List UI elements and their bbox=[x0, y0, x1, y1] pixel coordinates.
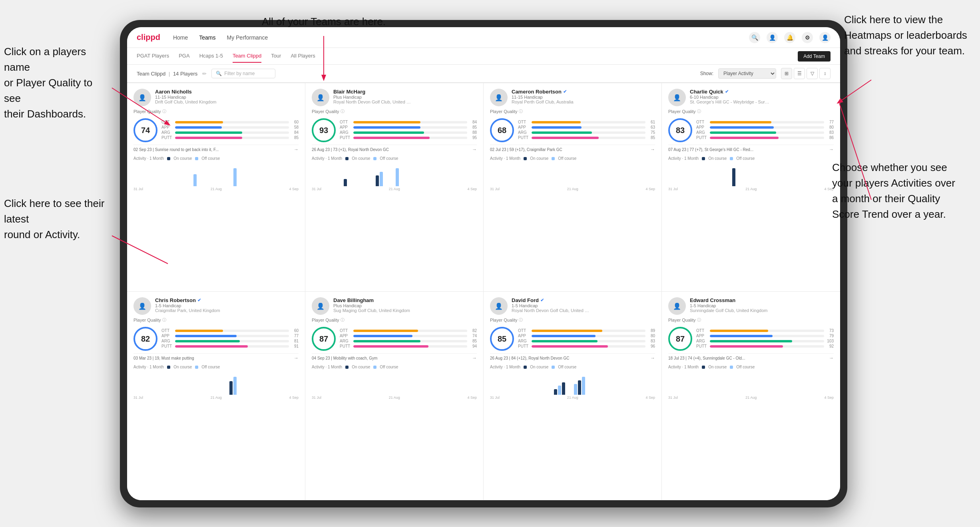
nav-teams[interactable]: Teams bbox=[199, 33, 215, 42]
quality-circle[interactable]: 87 bbox=[668, 327, 692, 351]
player-name[interactable]: David Ford✔ bbox=[512, 297, 655, 303]
quality-section[interactable]: 85 OTT 89 APP 80 ARG 83 PUT bbox=[490, 327, 655, 351]
player-name[interactable]: Cameron Robertson✔ bbox=[512, 89, 655, 95]
subnav-pga[interactable]: PGA bbox=[179, 50, 189, 63]
quality-section[interactable]: 68 OTT 61 APP 63 ARG 75 PUT bbox=[490, 118, 655, 142]
stat-bar-app bbox=[710, 335, 773, 337]
stat-row-ott: OTT 60 bbox=[161, 328, 299, 333]
quality-section[interactable]: 83 OTT 77 APP 80 ARG 83 PUT bbox=[668, 118, 834, 142]
latest-round-arrow[interactable]: → bbox=[829, 147, 834, 152]
player-name[interactable]: Edward Crossman bbox=[690, 297, 834, 303]
avatar-icon[interactable]: 👤 bbox=[819, 32, 831, 43]
nav-home[interactable]: Home bbox=[173, 33, 188, 42]
chart-axis-label-1: 31 Jul bbox=[668, 396, 678, 400]
quality-circle[interactable]: 93 bbox=[312, 118, 336, 142]
quality-section[interactable]: 82 OTT 60 APP 77 ARG 81 PUT bbox=[133, 327, 299, 351]
subnav-hcaps[interactable]: Hcaps 1-5 bbox=[199, 50, 223, 63]
latest-round[interactable]: 03 Mar 23 | 19, Must make putting → bbox=[133, 353, 299, 362]
quality-circle[interactable]: 68 bbox=[490, 118, 514, 142]
latest-round-arrow[interactable]: → bbox=[650, 147, 655, 152]
subnav-pgat[interactable]: PGAT Players bbox=[137, 50, 169, 63]
search-box[interactable]: 🔍 Filter by name bbox=[211, 69, 275, 78]
latest-round-arrow[interactable]: → bbox=[650, 355, 655, 361]
chart-axis: 31 Jul 21 Aug 4 Sep bbox=[668, 187, 834, 191]
stat-value-arg: 103 bbox=[826, 339, 834, 343]
edit-icon[interactable]: ✏ bbox=[202, 71, 207, 77]
show-select[interactable]: Player Activity Quality Score Trend bbox=[718, 68, 776, 79]
filter-icon[interactable]: ▽ bbox=[807, 68, 818, 79]
off-course-label: Off course bbox=[380, 365, 398, 369]
latest-round[interactable]: 18 Jul 23 | 74 (+4), Sunningdale GC - Ol… bbox=[668, 353, 834, 362]
stat-bar-container-arg bbox=[532, 131, 645, 134]
player-avatar: 👤 bbox=[668, 297, 686, 315]
quality-circle[interactable]: 82 bbox=[133, 327, 157, 351]
list-view-icon[interactable]: ☰ bbox=[794, 68, 805, 79]
subnav-all-players[interactable]: All Players bbox=[291, 50, 315, 63]
player-name[interactable]: Charlie Quick✔ bbox=[690, 89, 834, 95]
player-name[interactable]: Blair McHarg bbox=[333, 89, 477, 95]
off-course-dot bbox=[552, 366, 555, 369]
on-course-dot bbox=[167, 157, 170, 160]
player-header: 👤 Dave Billingham Plus Handicap Sug Magi… bbox=[312, 297, 477, 315]
player-club: Drift Golf Club, United Kingdom bbox=[155, 99, 235, 104]
subnav-tour[interactable]: Tour bbox=[271, 50, 281, 63]
latest-round[interactable]: 07 Aug 23 | 77 (+7), St George's Hill GC… bbox=[668, 145, 834, 154]
player-header: 👤 Edward Crossman 1-5 Handicap Sunningda… bbox=[668, 297, 834, 315]
latest-round-arrow[interactable]: → bbox=[294, 147, 299, 152]
quality-section[interactable]: 87 OTT 73 APP 79 ARG 103 PU bbox=[668, 327, 834, 351]
player-avatar: 👤 bbox=[490, 297, 508, 315]
latest-round-arrow[interactable]: → bbox=[472, 355, 477, 361]
stat-value-app: 77 bbox=[291, 334, 299, 338]
chart-axis-label-1: 31 Jul bbox=[312, 396, 321, 400]
player-card: 👤 Blair McHarg Plus Handicap Royal North… bbox=[305, 83, 484, 292]
quality-section[interactable]: 74 OTT 60 APP 58 ARG 84 PUT bbox=[133, 118, 299, 142]
sort-icon[interactable]: ↕ bbox=[819, 68, 831, 79]
quality-section[interactable]: 93 OTT 84 APP 85 ARG 88 PUT bbox=[312, 118, 477, 142]
stat-value-arg: 83 bbox=[647, 339, 655, 343]
player-name[interactable]: Dave Billingham bbox=[333, 297, 477, 303]
grid-view-icon[interactable]: ⊞ bbox=[781, 68, 792, 79]
quality-section[interactable]: 87 OTT 82 APP 74 ARG 85 PUT bbox=[312, 327, 477, 351]
latest-round-arrow[interactable]: → bbox=[829, 355, 834, 361]
stat-label-ott: OTT bbox=[696, 328, 708, 333]
quality-circle[interactable]: 83 bbox=[668, 118, 692, 142]
latest-round[interactable]: 02 Sep 23 | Sunrise round to get back in… bbox=[133, 145, 299, 154]
on-course-label: On course bbox=[173, 365, 192, 369]
latest-round-arrow[interactable]: → bbox=[294, 355, 299, 361]
bell-icon[interactable]: 🔔 bbox=[784, 32, 795, 43]
activity-section: Activity · 1 Month On course Off course … bbox=[312, 156, 477, 288]
chart-axis-label-2: 21 Aug bbox=[389, 396, 400, 400]
add-team-button[interactable]: Add Team bbox=[798, 51, 831, 62]
quality-circle[interactable]: 85 bbox=[490, 327, 514, 351]
quality-label: Player Quality ⓘ bbox=[133, 109, 299, 114]
subnav-team-clippd[interactable]: Team Clippd bbox=[233, 50, 261, 63]
latest-round-arrow[interactable]: → bbox=[472, 147, 477, 152]
latest-round[interactable]: 04 Sep 23 | Mobility with coach, Gym → bbox=[312, 353, 477, 362]
latest-round[interactable]: 26 Aug 23 | 73 (+1), Royal North Devon G… bbox=[312, 145, 477, 154]
player-name[interactable]: Aaron Nicholls bbox=[155, 89, 299, 95]
search-icon[interactable]: 🔍 bbox=[749, 32, 760, 43]
latest-round[interactable]: 02 Jul 23 | 59 (+17), Craigmillar Park G… bbox=[490, 145, 655, 154]
latest-round[interactable]: 26 Aug 23 | 84 (+12), Royal North Devon … bbox=[490, 353, 655, 362]
stat-value-ott: 89 bbox=[647, 328, 655, 333]
nav-my-performance[interactable]: My Performance bbox=[227, 33, 268, 42]
quality-circle[interactable]: 87 bbox=[312, 327, 336, 351]
off-course-dot bbox=[730, 157, 733, 160]
settings-icon[interactable]: ⚙ bbox=[802, 32, 813, 43]
quality-circle[interactable]: 74 bbox=[133, 118, 157, 142]
search-placeholder: Filter by name bbox=[224, 71, 255, 76]
latest-round-text: 02 Jul 23 | 59 (+17), Craigmillar Park G… bbox=[490, 147, 650, 152]
off-course-dot bbox=[195, 366, 198, 369]
stat-bar-putt bbox=[710, 345, 783, 348]
info-icon: ⓘ bbox=[341, 317, 345, 323]
player-club: St. George's Hill GC - Weybridge - Surre… bbox=[690, 99, 770, 104]
latest-round-text: 26 Aug 23 | 73 (+1), Royal North Devon G… bbox=[312, 147, 472, 152]
stat-label-putt: PUTT bbox=[340, 344, 352, 348]
user-icon[interactable]: 👤 bbox=[767, 32, 778, 43]
stat-bar-app bbox=[710, 126, 774, 129]
stat-bar-container-arg bbox=[710, 131, 824, 134]
stat-label-arg: ARG bbox=[696, 130, 708, 135]
player-name[interactable]: Chris Robertson✔ bbox=[155, 297, 299, 303]
on-course-label: On course bbox=[173, 156, 192, 161]
chart-axis: 31 Jul 21 Aug 4 Sep bbox=[133, 396, 299, 400]
